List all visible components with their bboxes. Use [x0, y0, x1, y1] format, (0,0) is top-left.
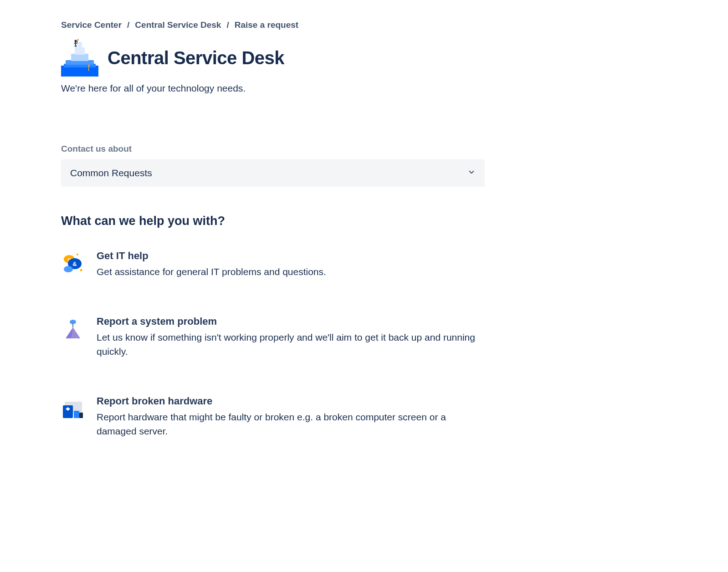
request-content: Report a system problem Let us know if s…	[97, 316, 485, 359]
breadcrumb-link-service-center[interactable]: Service Center	[61, 20, 122, 30]
breadcrumb-separator: /	[127, 20, 129, 30]
request-title: Get IT help	[97, 250, 485, 262]
svg-rect-12	[77, 39, 79, 41]
svg-rect-30	[79, 413, 83, 418]
request-description: Get assistance for general IT problems a…	[97, 265, 485, 279]
page-subtitle: We're here for all of your technology ne…	[61, 83, 667, 94]
request-content: Report broken hardware Report hardware t…	[97, 395, 485, 439]
svg-point-14	[88, 65, 90, 66]
svg-text:&: &	[72, 260, 77, 267]
svg-point-22	[70, 320, 76, 324]
svg-rect-5	[77, 42, 82, 48]
breadcrumb-link-central-service-desk[interactable]: Central Service Desk	[135, 20, 221, 30]
request-title: Report broken hardware	[97, 395, 485, 407]
breadcrumb: Service Center / Central Service Desk / …	[61, 20, 667, 30]
devices-icon	[61, 396, 85, 420]
request-description: Report hardware that might be faulty or …	[97, 410, 485, 439]
request-item-report-broken-hardware[interactable]: Report broken hardware Report hardware t…	[61, 395, 485, 439]
svg-rect-13	[88, 66, 89, 71]
help-heading: What can we help you with?	[61, 214, 667, 228]
contact-label: Contact us about	[61, 144, 667, 154]
chat-bubbles-icon: Q &	[61, 251, 85, 275]
request-content: Get IT help Get assistance for general I…	[97, 250, 485, 279]
svg-point-21	[80, 269, 82, 271]
request-description: Let us know if something isn't working p…	[97, 330, 485, 359]
svg-rect-9	[75, 45, 76, 47]
breadcrumb-separator: /	[226, 20, 229, 30]
svg-rect-3	[71, 54, 88, 61]
contact-category-dropdown[interactable]: Common Requests	[61, 159, 485, 187]
page-title: Central Service Desk	[108, 48, 284, 68]
service-desk-logo-icon	[61, 39, 98, 77]
request-item-report-system-problem[interactable]: Report a system problem Let us know if s…	[61, 316, 485, 359]
dropdown-selected-value: Common Requests	[70, 168, 152, 179]
svg-rect-23	[72, 324, 73, 327]
svg-point-15	[77, 254, 78, 255]
svg-rect-4	[75, 47, 85, 55]
svg-point-6	[75, 40, 77, 42]
svg-rect-8	[74, 43, 77, 44]
page-header: Central Service Desk	[61, 39, 667, 77]
svg-rect-10	[76, 45, 77, 47]
request-title: Report a system problem	[97, 316, 485, 327]
chevron-down-icon	[467, 168, 476, 178]
mountain-balloon-icon	[61, 317, 85, 340]
breadcrumb-link-raise-request[interactable]: Raise a request	[235, 20, 298, 30]
request-item-get-it-help[interactable]: Q & Get IT help Get assistance for gener…	[61, 250, 485, 279]
svg-rect-29	[74, 411, 79, 418]
svg-point-20	[64, 266, 73, 272]
